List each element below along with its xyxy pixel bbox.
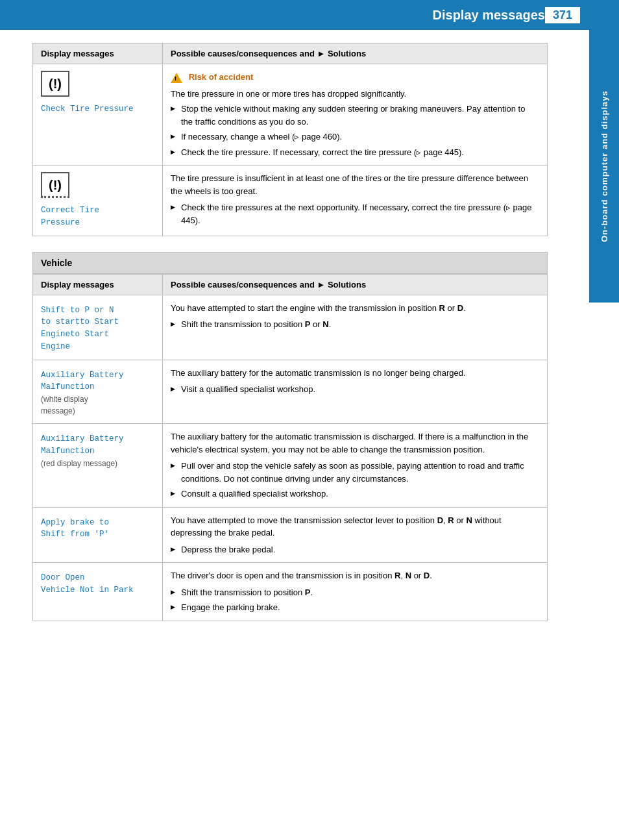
check-tire-description: Risk of accident The tire pressure in on… xyxy=(163,64,548,166)
aux-battery-white-description: The auxiliary battery for the automatic … xyxy=(163,360,548,424)
list-item: Shift the transmission to position P. xyxy=(171,586,539,599)
list-item: Depress the brake pedal. xyxy=(171,543,539,556)
check-tire-label: Check Tire Pressure xyxy=(41,103,154,116)
table-row: Auxiliary BatteryMalfunction (white disp… xyxy=(33,360,548,424)
list-item: Visit a qualified specialist workshop. xyxy=(171,383,539,396)
col-header-display-messages-2: Display messages xyxy=(33,274,163,295)
list-item: Check the tire pressure. If necessary, c… xyxy=(171,146,539,159)
table-row: Shift to P or Nto startto StartEngineto … xyxy=(33,295,548,360)
check-tire-icon: (!) xyxy=(41,71,69,97)
tire-pressure-table: Display messages Possible causes/consequ… xyxy=(32,43,548,236)
table-row: Auxiliary BatteryMalfunction (red displa… xyxy=(33,424,548,508)
apply-brake-description: You have attempted to move the transmiss… xyxy=(163,507,548,563)
aux-battery-red-cell: Auxiliary BatteryMalfunction (red displa… xyxy=(33,424,163,508)
col-header-solutions-2: Possible causes/consequences and ► Solut… xyxy=(163,274,548,295)
table-row: Apply brake toShift from 'P' You have at… xyxy=(33,507,548,563)
aux-battery-white-cell: Auxiliary BatteryMalfunction (white disp… xyxy=(33,360,163,424)
table-row: (!) Check Tire Pressure Risk of accident… xyxy=(33,64,548,166)
warning-triangle-icon xyxy=(171,73,182,83)
list-item: Engage the parking brake. xyxy=(171,601,539,614)
list-item: Pull over and stop the vehicle safely as… xyxy=(171,460,539,485)
check-tire-pressure-cell: (!) Check Tire Pressure xyxy=(33,64,163,166)
correct-tire-label: Correct TirePressure xyxy=(41,204,154,229)
page-number: 371 xyxy=(545,7,580,23)
side-tab: On-board computer and displays xyxy=(589,30,619,303)
header-bar: Display messages 371 xyxy=(0,0,619,30)
vehicle-section-header: Vehicle xyxy=(32,252,548,274)
vehicle-table: Display messages Possible causes/consequ… xyxy=(32,274,548,621)
aux-battery-red-note: (red display message) xyxy=(41,458,154,469)
col-header-solutions-1: Possible causes/consequences and ► Solut… xyxy=(163,43,548,64)
list-item: Stop the vehicle without making any sudd… xyxy=(171,103,539,128)
list-item: Check the tire pressures at the next opp… xyxy=(171,201,539,227)
door-open-label: Door OpenVehicle Not in Park xyxy=(41,572,154,597)
apply-brake-label: Apply brake toShift from 'P' xyxy=(41,517,154,541)
aux-battery-white-label: Auxiliary BatteryMalfunction xyxy=(41,369,154,394)
aux-battery-white-note: (white displaymessage) xyxy=(41,393,154,417)
main-content: Display messages Possible causes/consequ… xyxy=(0,30,619,650)
table-row: (!) Correct TirePressure The tire pressu… xyxy=(33,166,548,236)
aux-battery-red-label: Auxiliary BatteryMalfunction xyxy=(41,433,154,458)
shift-p-n-cell: Shift to P or Nto startto StartEngineto … xyxy=(33,295,163,360)
correct-tire-pressure-cell: (!) Correct TirePressure xyxy=(33,166,163,236)
col-header-display-messages-1: Display messages xyxy=(33,43,163,64)
header-title: Display messages xyxy=(433,8,545,23)
shift-p-n-label: Shift to P or Nto startto StartEngineto … xyxy=(41,304,154,353)
apply-brake-cell: Apply brake toShift from 'P' xyxy=(33,507,163,563)
correct-tire-description: The tire pressure is insufficient in at … xyxy=(163,166,548,236)
risk-of-accident: Risk of accident xyxy=(171,71,539,84)
shift-p-n-description: You have attempted to start the engine w… xyxy=(163,295,548,360)
table-row: Door OpenVehicle Not in Park The driver'… xyxy=(33,563,548,621)
list-item: If necessary, change a wheel (▹ page 460… xyxy=(171,130,539,143)
header-right: Display messages 371 xyxy=(433,7,580,23)
list-item: Consult a qualified specialist workshop. xyxy=(171,488,539,500)
correct-tire-icon: (!) xyxy=(41,172,69,198)
door-open-cell: Door OpenVehicle Not in Park xyxy=(33,563,163,621)
door-open-description: The driver's door is open and the transm… xyxy=(163,563,548,621)
list-item: Shift the transmission to position P or … xyxy=(171,318,539,331)
aux-battery-red-description: The auxiliary battery for the automatic … xyxy=(163,424,548,508)
